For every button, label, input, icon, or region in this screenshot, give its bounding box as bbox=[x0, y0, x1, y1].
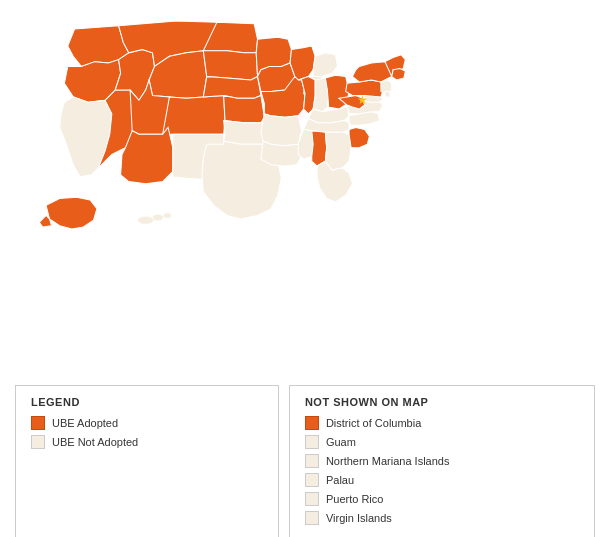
state-hi-2 bbox=[153, 214, 164, 221]
state-ar bbox=[261, 114, 302, 146]
not-shown-swatch-5 bbox=[305, 511, 319, 525]
state-ca bbox=[60, 97, 112, 177]
state-wi bbox=[290, 46, 315, 80]
legend-item-adopted: UBE Adopted bbox=[31, 416, 263, 430]
state-ky bbox=[308, 107, 349, 123]
state-mi bbox=[313, 53, 337, 77]
not-shown-label-0: District of Columbia bbox=[326, 417, 421, 429]
adopted-swatch bbox=[31, 416, 45, 430]
state-co bbox=[163, 96, 225, 135]
not-shown-label-3: Palau bbox=[326, 474, 354, 486]
not-shown-swatch-4 bbox=[305, 492, 319, 506]
not-shown-swatch-0 bbox=[305, 416, 319, 430]
state-ne bbox=[203, 77, 261, 99]
state-sc bbox=[349, 127, 369, 147]
state-hi bbox=[138, 216, 154, 224]
not-shown-label-1: Guam bbox=[326, 436, 356, 448]
state-ak bbox=[46, 197, 97, 229]
not-shown-label-4: Puerto Rico bbox=[326, 493, 383, 505]
legend-box: LEGEND UBE Adopted UBE Not Adopted bbox=[15, 385, 279, 537]
legend-label-not-adopted: UBE Not Adopted bbox=[52, 436, 138, 448]
state-al bbox=[312, 131, 327, 166]
state-ma-ri-ct bbox=[392, 68, 406, 80]
not-shown-title: NOT SHOWN ON MAP bbox=[305, 396, 579, 408]
legend-label-adopted: UBE Adopted bbox=[52, 417, 118, 429]
state-sd bbox=[203, 51, 257, 80]
not-shown-label-5: Virgin Islands bbox=[326, 512, 392, 524]
bottom-info-section: LEGEND UBE Adopted UBE Not Adopted NOT S… bbox=[0, 375, 610, 537]
state-hi-3 bbox=[163, 213, 171, 218]
legend-item-not-adopted: UBE Not Adopted bbox=[31, 435, 263, 449]
not-shown-item-0: District of Columbia bbox=[305, 416, 579, 430]
not-shown-label-2: Northern Mariana Islands bbox=[326, 455, 450, 467]
not-shown-item-5: Virgin Islands bbox=[305, 511, 579, 525]
legend-title: LEGEND bbox=[31, 396, 263, 408]
not-shown-item-2: Northern Mariana Islands bbox=[305, 454, 579, 468]
not-adopted-swatch bbox=[31, 435, 45, 449]
state-de bbox=[385, 91, 390, 96]
us-map-container: ★ bbox=[0, 0, 610, 370]
not-shown-item-1: Guam bbox=[305, 435, 579, 449]
star-marker: ★ bbox=[357, 93, 368, 107]
not-shown-item-4: Puerto Rico bbox=[305, 492, 579, 506]
not-shown-box: NOT SHOWN ON MAP District of Columbia Gu… bbox=[289, 385, 595, 537]
not-shown-swatch-3 bbox=[305, 473, 319, 487]
not-shown-item-3: Palau bbox=[305, 473, 579, 487]
state-ks bbox=[224, 96, 265, 123]
not-shown-swatch-1 bbox=[305, 435, 319, 449]
not-shown-swatch-2 bbox=[305, 454, 319, 468]
